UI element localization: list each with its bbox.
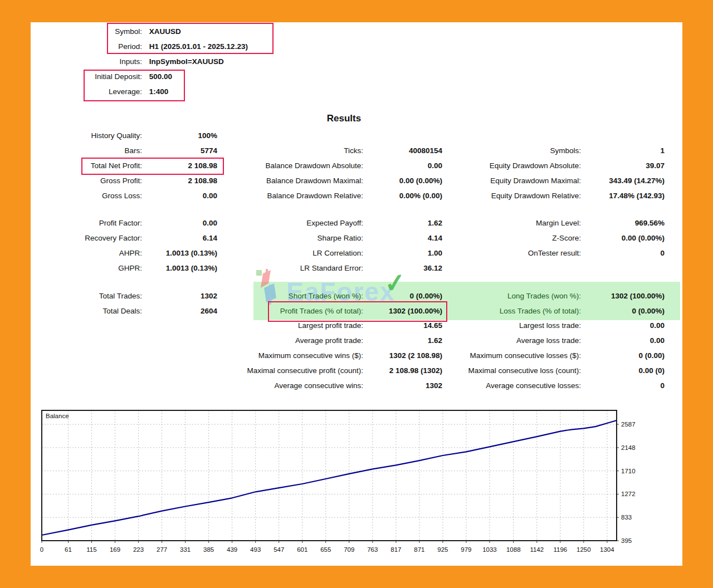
stat-value: 0.00 [142, 217, 217, 229]
stat-value: 0.00 (0.00%) [581, 232, 665, 244]
inputs-row: Inputs: InpSymbol=XAUUSD [31, 56, 224, 68]
stat-value: 0.00 (0.00%) [363, 175, 442, 187]
stat-label: Long Trades (won %): [443, 290, 581, 302]
svg-text:169: 169 [110, 546, 120, 553]
stat-value: 2604 [142, 305, 217, 317]
stat-value: 6.14 [142, 232, 217, 244]
leverage-row: Leverage: 1:400 [31, 86, 168, 98]
stat-value: 0.00% (0.00) [363, 190, 442, 202]
stat-value: 1302 (2 108.98) [363, 350, 442, 362]
stat-label: Profit Trades (% of total): [231, 305, 363, 317]
stat-label: Equity Drawdown Absolute: [443, 160, 581, 172]
svg-text:601: 601 [297, 546, 307, 553]
svg-text:1088: 1088 [506, 546, 521, 553]
svg-text:439: 439 [227, 546, 237, 553]
stat-row: Profit Factor:0.00 [45, 217, 217, 229]
stat-label: Equity Drawdown Relative: [443, 190, 581, 202]
stat-label: Average loss trade: [443, 335, 581, 347]
stat-label: Symbols: [443, 145, 581, 157]
svg-text:493: 493 [250, 546, 261, 553]
initial-deposit-row: Initial Deposit: 500.00 [31, 71, 172, 83]
svg-text:1710: 1710 [621, 468, 636, 474]
stat-row: Profit Trades (% of total):1302 (100.00%… [231, 305, 442, 317]
stat-label: Loss Trades (% of total): [443, 305, 581, 317]
stat-value: 0.00 [581, 335, 665, 347]
stat-row: GHPR:1.0013 (0.13%) [45, 262, 217, 275]
stat-value: 0 (0.00%) [363, 290, 442, 302]
stat-value: 36.12 [363, 262, 442, 275]
stat-row: Maximum consecutive wins ($):1302 (2 108… [231, 350, 442, 362]
stat-row: Symbols:1 [443, 145, 665, 157]
stat-value: 0 (0.00) [581, 350, 665, 362]
stat-value: 14.65 [363, 320, 442, 332]
stat-row: Maximal consecutive profit (count):2 108… [231, 365, 442, 377]
stat-row: Long Trades (won %):1302 (100.00%) [443, 290, 665, 302]
stat-label: Total Net Profit: [45, 160, 142, 172]
stat-value: 1.00 [363, 247, 442, 259]
stat-label: Bars: [45, 145, 142, 157]
stat-row: Short Trades (won %):0 (0.00%) [231, 290, 442, 302]
stat-row: AHPR:1.0013 (0.13%) [45, 247, 217, 259]
stat-label: Maximum consecutive wins ($): [231, 350, 363, 362]
stat-value: 1.62 [363, 217, 442, 229]
stat-value: 4.14 [363, 232, 442, 244]
svg-text:709: 709 [344, 546, 354, 553]
stat-row: Largest loss trade:0.00 [443, 320, 665, 332]
stat-label: Recovery Factor: [45, 232, 142, 244]
stat-row: Loss Trades (% of total):0 (0.00%) [443, 305, 665, 317]
stat-label: Balance Drawdown Relative: [231, 190, 363, 202]
results-title: Results [304, 113, 384, 124]
stat-row: Margin Level:969.56% [443, 217, 665, 229]
svg-text:277: 277 [157, 546, 167, 553]
stat-label: Average consecutive losses: [443, 380, 581, 392]
svg-text:833: 833 [621, 514, 632, 521]
svg-text:1250: 1250 [577, 546, 591, 553]
svg-text:2587: 2587 [621, 421, 636, 428]
svg-text:547: 547 [274, 546, 284, 553]
stat-row: Average profit trade:1.62 [231, 335, 442, 347]
stat-value: 0 [581, 380, 665, 392]
stat-value: 343.49 (14.27%) [581, 175, 665, 187]
stat-row: Expected Payoff:1.62 [231, 217, 442, 229]
stat-value: 5774 [142, 145, 217, 157]
backtest-report: { "colors": { "frame_orange": "#f7941e",… [0, 0, 713, 588]
stat-label: Total Deals: [45, 305, 142, 317]
stat-row: Average consecutive wins:1302 [231, 380, 442, 392]
svg-text:1272: 1272 [621, 491, 636, 497]
stat-label: Maximum consecutive losses ($): [443, 350, 581, 362]
stat-value: 1302 [142, 290, 217, 302]
svg-text:817: 817 [390, 546, 401, 553]
stat-row: Largest profit trade:14.65 [231, 320, 442, 332]
stat-row: Balance Drawdown Maximal:0.00 (0.00%) [231, 175, 442, 187]
stat-value: 2 108.98 [142, 175, 217, 187]
stat-value: 0.00 [142, 190, 217, 202]
svg-text:1142: 1142 [530, 546, 544, 553]
stat-value: 2 108.98 [142, 160, 217, 172]
svg-text:871: 871 [414, 546, 424, 553]
svg-text:395: 395 [621, 537, 632, 544]
stat-value: 0 (0.00%) [581, 305, 665, 317]
stat-label: Expected Payoff: [231, 217, 363, 229]
stat-value: 39.07 [581, 160, 665, 172]
svg-text:331: 331 [180, 546, 191, 553]
stat-value: 17.48% (142.93) [581, 190, 665, 202]
svg-text:2148: 2148 [621, 444, 636, 451]
stat-row: Average loss trade:0.00 [443, 335, 665, 347]
stat-label: Maximal consecutive loss (count): [443, 365, 581, 377]
svg-text:763: 763 [367, 546, 378, 553]
stat-value: 0.00 (0) [581, 365, 665, 377]
stat-value: 100% [142, 130, 217, 142]
svg-text:61: 61 [65, 546, 72, 553]
svg-text:223: 223 [133, 546, 144, 553]
stat-value: 1302 (100.00%) [581, 290, 665, 302]
stat-label: Total Trades: [45, 290, 142, 302]
svg-text:0: 0 [40, 546, 43, 553]
stat-label: Gross Loss: [45, 190, 142, 202]
stat-row: Total Net Profit:2 108.98 [45, 160, 217, 172]
stat-value: 2 108.98 (1302) [363, 365, 442, 377]
stat-row: Total Deals:2604 [45, 305, 217, 317]
stat-label: AHPR: [45, 247, 142, 259]
symbol-value: XAUUSD [149, 27, 181, 36]
stat-row: Balance Drawdown Relative:0.00% (0.00) [231, 190, 442, 202]
symbol-label: Symbol: [31, 26, 142, 38]
